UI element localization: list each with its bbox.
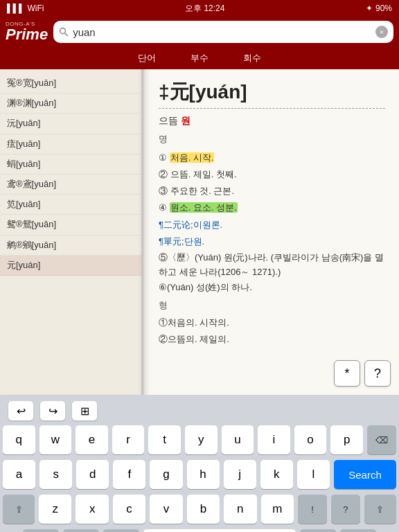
key-y[interactable]: y [185, 425, 218, 454]
def-text-4: 원소. 요소. 성분. [170, 202, 238, 213]
bluetooth-icon: ✦ [366, 3, 373, 13]
keyboard-row-2: a s d f g h j k l Search [3, 460, 396, 489]
word-item-5[interactable]: 鸢®鳶[yuān] [0, 175, 141, 195]
phrase-2: ¶單元;단원. [159, 234, 385, 249]
tab-단어[interactable]: 단어 [121, 50, 172, 66]
key-o[interactable]: o [294, 425, 327, 454]
entry-separator [159, 108, 385, 109]
word-item-9[interactable]: 元[yuán] [0, 256, 141, 276]
delete-key[interactable]: ⌫ [367, 425, 396, 454]
key-k[interactable]: k [260, 460, 293, 489]
word-item-1[interactable]: 渊®渊[yuān] [0, 94, 141, 114]
def-1: ① 처음. 시작. [159, 151, 385, 166]
key-b[interactable]: b [187, 495, 220, 524]
redo-button[interactable]: ↪ [40, 401, 65, 420]
shift-key-right[interactable]: ⇧ [364, 495, 396, 524]
tab-bar: 단어 부수 회수 [0, 47, 399, 69]
key-p[interactable]: p [330, 425, 363, 454]
keyboard-row-3: ⇧ z x c v b n m ! ? ⇧ [3, 495, 396, 524]
key-z[interactable]: z [39, 495, 71, 524]
key-m[interactable]: m [261, 495, 294, 524]
key-g[interactable]: g [150, 460, 182, 489]
key-h[interactable]: h [187, 460, 220, 489]
word-item-4[interactable]: 蜎[yuān] [0, 154, 141, 175]
def-text-2: 으뜸. 제일. 첫째. [170, 169, 237, 179]
svg-point-0 [60, 28, 66, 34]
key-l[interactable]: l [297, 460, 330, 489]
status-right: ✦ 90% [366, 3, 392, 13]
svg-line-1 [65, 33, 69, 37]
paste-button[interactable]: ⊞ [72, 401, 97, 420]
adj-def-1: ①처음의. 시작의. [159, 316, 385, 330]
keyboard-area: ↩ ↪ ⊞ q w e r t y u i o p ⌫ a s d f g h … [0, 395, 399, 532]
key-i[interactable]: i [258, 425, 290, 454]
definition-panel: ‡元[yuán] 으뜸 원 명 ① 처음. 시작. ② 으뜸. 제일. 첫째. … [145, 69, 399, 395]
status-time: 오후 12:24 [185, 3, 224, 15]
star-button[interactable]: * [334, 360, 360, 387]
tab-부수[interactable]: 부수 [174, 50, 225, 66]
space-key[interactable]: space [143, 529, 296, 532]
word-item-2[interactable]: 沅[yuān] [0, 114, 141, 134]
keyboard-hide-key[interactable]: ⌨ [340, 529, 376, 532]
key-s[interactable]: s [39, 460, 72, 489]
keyboard-keys: q w e r t y u i o p ⌫ a s d f g h j k l … [3, 425, 396, 532]
def-2: ② 으뜸. 제일. 첫째. [159, 168, 385, 182]
keyboard-row-4: .?123 🌐 🎤 space .?123 ⌨ [3, 529, 396, 532]
word-item-6[interactable]: 笕[yuān] [0, 195, 141, 215]
status-bar: ▌▌▌ WiFi 오후 12:24 ✦ 90% [0, 0, 399, 17]
key-j[interactable]: j [224, 460, 256, 489]
mic-key[interactable]: 🎤 [103, 529, 139, 532]
word-item-3[interactable]: 痃[yuān] [0, 134, 141, 154]
wifi-icon: WiFi [28, 3, 44, 13]
keyboard-toolbar: ↩ ↪ ⊞ [3, 400, 396, 425]
word-item-7[interactable]: 鸳®鴛[yuān] [0, 215, 141, 235]
num-key-left[interactable]: .?123 [23, 529, 59, 532]
float-buttons: * ? [334, 360, 391, 387]
key-v[interactable]: v [150, 495, 182, 524]
tab-회수[interactable]: 회수 [227, 50, 278, 66]
key-f[interactable]: f [113, 460, 145, 489]
globe-key[interactable]: 🌐 [63, 529, 99, 532]
word-item-8[interactable]: 鹓®鵷[yuān] [0, 236, 141, 256]
help-button[interactable]: ? [364, 360, 391, 387]
def-6: ⑥(Yuán) 성(姓)의 하나. [159, 281, 385, 295]
shift-key[interactable]: ⇧ [3, 495, 35, 524]
key-u[interactable]: u [222, 425, 254, 454]
def-3: ③ 주요한 것. 근본. [159, 184, 385, 199]
search-key[interactable]: Search [334, 460, 396, 489]
korean-reading-char: 원 [181, 115, 190, 126]
top-nav: DONG-A'S Prime yuan × [0, 17, 399, 47]
key-n[interactable]: n [224, 495, 256, 524]
pos-noun: 명 [159, 132, 385, 147]
search-input[interactable]: yuan [73, 26, 371, 38]
entry-symbol: ‡ [159, 81, 170, 103]
exclaim-key[interactable]: ! [298, 495, 327, 524]
entry-title: ‡元[yuán] [159, 80, 385, 104]
key-x[interactable]: x [76, 495, 108, 524]
undo-button[interactable]: ↩ [8, 401, 33, 420]
num-key-right[interactable]: .?123 [300, 529, 336, 532]
word-list-panel: 冤®宽[yuān] 渊®渊[yuān] 沅[yuān] 痃[yuān] 蜎[yu… [0, 69, 142, 395]
def-num-1: ① [159, 152, 167, 163]
keyboard-row-1: q w e r t y u i o p ⌫ [3, 425, 396, 454]
key-d[interactable]: d [76, 460, 109, 489]
clear-button[interactable]: × [375, 26, 388, 38]
word-item-0[interactable]: 冤®宽[yuān] [0, 73, 141, 94]
key-e[interactable]: e [76, 425, 108, 454]
signal-icon: ▌▌▌ [7, 3, 25, 13]
key-w[interactable]: w [39, 425, 72, 454]
def-num-4: ④ [159, 202, 167, 213]
battery-indicator: 90% [375, 3, 392, 13]
key-r[interactable]: r [112, 425, 145, 454]
def-text-1: 처음. 시작. [170, 152, 215, 163]
question-key[interactable]: ? [331, 495, 360, 524]
key-c[interactable]: c [113, 495, 145, 524]
korean-reading: 으뜸 원 [159, 113, 385, 130]
search-icon [59, 27, 69, 37]
def-text-3: 주요한 것. 근본. [170, 186, 234, 196]
key-q[interactable]: q [3, 425, 35, 454]
entry-headword: 元[yuán] [170, 81, 247, 103]
key-t[interactable]: t [148, 425, 181, 454]
key-a[interactable]: a [3, 460, 35, 489]
logo-title: Prime [6, 26, 48, 43]
